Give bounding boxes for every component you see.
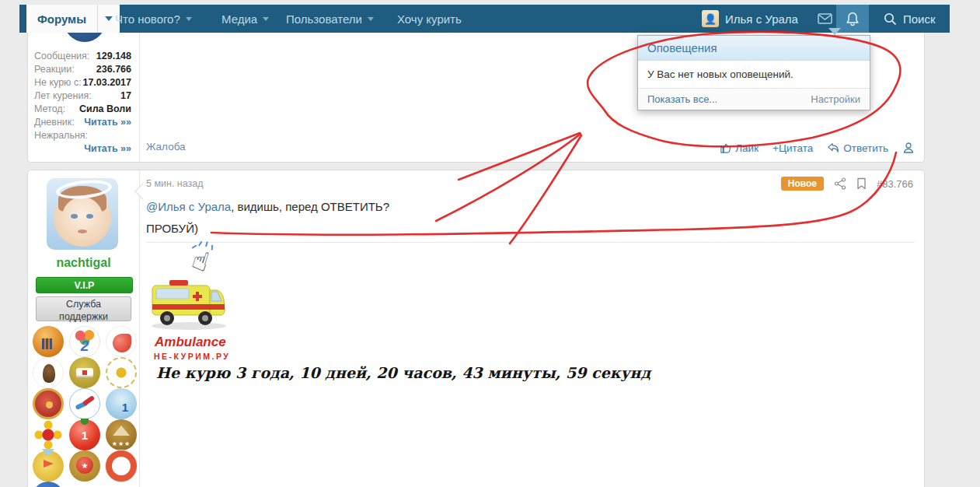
- badge-pennant-medal-icon[interactable]: [33, 450, 64, 482]
- post-card: nachtigal V.I.P Служба поддержки 2 1 1: [27, 170, 925, 487]
- badge-fruit-basket-icon[interactable]: 2: [69, 326, 100, 357]
- badge-lifebuoy-icon[interactable]: [106, 450, 137, 482]
- person-icon: [902, 142, 915, 154]
- previous-post-author-cell: Сообщения: 129.148 Реакции: 236.766 Не к…: [28, 23, 140, 162]
- alert-settings-link[interactable]: Настройки: [811, 93, 860, 105]
- stat-value: 17.03.2017: [82, 77, 131, 88]
- show-all-link[interactable]: Показать все...: [647, 93, 717, 105]
- stat-label: Не курю с:: [34, 77, 82, 88]
- user-avatar: 👤: [702, 10, 719, 27]
- alerts-dropdown: Оповещения У Вас нет новых оповещений. П…: [637, 35, 870, 110]
- forum-page: Сообщения: 129.148 Реакции: 236.766 Не к…: [0, 0, 980, 487]
- like-button[interactable]: Лайк: [720, 142, 759, 154]
- reply-arrow-icon: [827, 142, 839, 153]
- badge-water-splash-icon[interactable]: 1: [106, 388, 137, 419]
- stat-years-smoked: Лет курения: 17: [34, 89, 131, 102]
- stat-messages: Сообщения: 129.148: [34, 49, 131, 62]
- member-card-button[interactable]: [902, 142, 915, 154]
- signature-divider: [146, 242, 915, 243]
- reply-button[interactable]: Ответить: [827, 142, 888, 154]
- stat-value: Сила Воли: [79, 103, 131, 114]
- badge-bridge-sunrise-icon[interactable]: [33, 326, 64, 357]
- author-stats: Сообщения: 129.148 Реакции: 236.766 Не к…: [34, 49, 131, 155]
- stat-label: Дневник:: [34, 117, 75, 128]
- trophy-badges: 2 1 1: [33, 326, 137, 487]
- badge-owl-graduate-icon[interactable]: [33, 357, 64, 388]
- post-message-line2: ПРОБУЙ): [146, 222, 198, 235]
- search-icon: [884, 12, 897, 26]
- post-actions: Лайк +Цитата Ответить: [720, 142, 915, 154]
- alerts-dropdown-footer: Показать все... Настройки: [638, 89, 870, 110]
- stat-value: 236.766: [96, 64, 131, 75]
- post-number[interactable]: #83.766: [877, 178, 913, 190]
- nav-item-whats-new[interactable]: Что нового?: [115, 5, 192, 33]
- badge-order-medal-icon[interactable]: [33, 388, 64, 419]
- ambulance-signature-image[interactable]: [146, 273, 232, 332]
- stat-value: 129.148: [96, 51, 131, 61]
- forums-label: Форумы: [26, 5, 97, 33]
- stat-label: Нежральня:: [34, 130, 88, 141]
- chevron-down-icon: [105, 16, 113, 21]
- stat-value: 17: [120, 90, 131, 101]
- author-avatar[interactable]: [47, 178, 118, 250]
- signature-brand: Ambulance: [155, 335, 226, 350]
- top-navigation: Форумы Что нового? Медиа Пользователи Хо…: [19, 5, 950, 33]
- stat-label: Реакции:: [34, 64, 75, 75]
- report-link[interactable]: Жалоба: [146, 141, 186, 152]
- envelope-icon: [818, 13, 832, 24]
- post-author-cell: nachtigal V.I.P Служба поддержки 2 1 1: [28, 170, 140, 487]
- nezhralnya-read-link[interactable]: Читать »»: [84, 143, 131, 154]
- mention-link[interactable]: @Илья с Урала: [146, 200, 231, 213]
- badge-gingerbread-house-icon[interactable]: [106, 419, 137, 450]
- dropdown-pointer: [828, 28, 841, 35]
- stat-label: Лет курения:: [34, 90, 92, 101]
- user-group-badge: Служба поддержки: [36, 296, 131, 321]
- badge-apple-bitten-icon[interactable]: [106, 326, 137, 357]
- nav-item-media[interactable]: Медиа: [221, 5, 269, 33]
- stat-label: Метод:: [34, 103, 65, 114]
- signature-site: НЕ-КУРИМ.РУ: [154, 352, 230, 361]
- diary-read-link[interactable]: Читать »»: [84, 117, 131, 128]
- badge-ambulance-icon[interactable]: [69, 357, 100, 388]
- account-menu[interactable]: 👤 Илья с Урала: [702, 5, 798, 33]
- chevron-down-icon: [186, 17, 192, 21]
- stat-nezhralnya-link-row: Читать »»: [34, 142, 131, 155]
- like-label: Лайк: [735, 142, 759, 154]
- badge-helping-hands-icon[interactable]: [69, 388, 100, 419]
- share-icon[interactable]: [834, 177, 846, 190]
- badge-tomato-icon[interactable]: 1: [69, 419, 100, 450]
- vip-badge: V.I.P: [36, 277, 133, 293]
- badge-daisy-icon[interactable]: [106, 357, 137, 388]
- badge-folk-ornament-icon[interactable]: [33, 419, 64, 450]
- stat-nezhralnya: Нежральня:: [34, 128, 131, 142]
- quote-button[interactable]: +Цитата: [772, 142, 813, 154]
- bubble-notch: [134, 183, 143, 200]
- badge-partial-icon[interactable]: [33, 482, 64, 487]
- new-badge: Новое: [781, 177, 824, 191]
- badge-apple-star-icon[interactable]: [69, 450, 100, 482]
- stat-quit-date: Не курю с: 17.03.2017: [34, 75, 131, 89]
- bell-icon: [846, 12, 860, 26]
- post-timestamp[interactable]: 5 мин. назад: [146, 178, 204, 189]
- alerts-dropdown-title: Оповещения: [638, 36, 870, 61]
- stat-method: Метод: Сила Воли: [34, 102, 131, 115]
- message-text: , видишь, перед ОТВЕТИТЬ?: [231, 200, 389, 213]
- username-label: Илья с Урала: [725, 12, 798, 26]
- search-button[interactable]: Поиск: [876, 5, 943, 33]
- search-label: Поиск: [903, 12, 936, 26]
- stat-reactions: Реакции: 236.766: [34, 62, 131, 75]
- stat-diary: Дневник: Читать »»: [34, 115, 131, 128]
- author-username[interactable]: nachtigal: [28, 256, 139, 270]
- post-message-line1: @Илья с Урала, видишь, перед ОТВЕТИТЬ?: [146, 200, 389, 213]
- chevron-down-icon: [263, 17, 269, 21]
- tab-forums[interactable]: Форумы: [26, 5, 120, 33]
- nav-item-want-to-smoke[interactable]: Хочу курить: [397, 5, 462, 33]
- thumbs-up-icon: [720, 142, 731, 154]
- chevron-down-icon: [368, 17, 374, 21]
- stat-label: Сообщения:: [34, 51, 89, 61]
- post-meta: Новое #83.766: [781, 177, 913, 191]
- quit-smoking-counter: Не курю 3 года, 10 дней, 20 часов, 43 ми…: [156, 364, 650, 381]
- nav-item-members[interactable]: Пользователи: [286, 5, 374, 33]
- bookmark-icon[interactable]: [856, 177, 867, 190]
- alerts-button[interactable]: [836, 5, 869, 33]
